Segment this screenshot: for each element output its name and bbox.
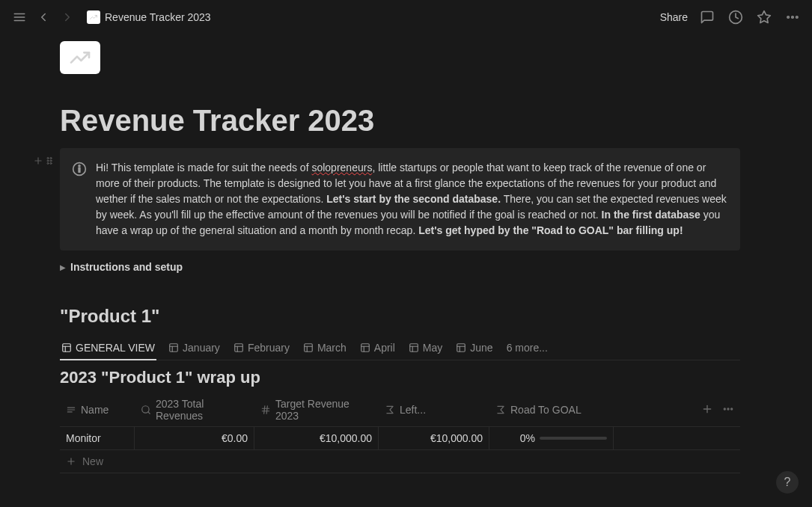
star-icon[interactable] (755, 8, 773, 26)
svg-point-48 (724, 408, 725, 410)
text-icon (66, 405, 76, 415)
cell-total[interactable]: €0.00 (135, 427, 254, 449)
formula-icon (385, 405, 395, 415)
cell-name[interactable]: Monitor (60, 427, 135, 449)
svg-point-5 (787, 16, 790, 18)
svg-point-10 (47, 158, 49, 159)
info-icon (72, 162, 87, 239)
tab-february[interactable]: February (232, 337, 291, 360)
tab-june[interactable]: June (454, 337, 494, 360)
table-icon (360, 342, 370, 353)
table-icon (409, 342, 419, 353)
table-icon (168, 342, 179, 353)
svg-rect-25 (235, 344, 243, 352)
svg-point-14 (47, 163, 49, 165)
more-icon[interactable] (784, 8, 802, 26)
svg-rect-31 (361, 344, 370, 352)
toggle-instructions[interactable]: ▶ Instructions and setup (60, 259, 740, 274)
tab-march[interactable]: March (302, 337, 348, 360)
db2-tabs: January February March April May June Ju… (60, 503, 740, 507)
svg-point-18 (79, 165, 80, 167)
callout-text: Hi! This template is made for suit the n… (96, 160, 728, 239)
db1-tabs: GENERAL VIEW January February March Apri… (60, 337, 740, 360)
tab-april[interactable]: April (358, 337, 397, 360)
breadcrumb[interactable]: Revenue Tracker 2023 (82, 9, 216, 25)
section-heading-product1[interactable]: "Product 1" (60, 306, 740, 327)
chevron-right-icon: ▶ (60, 263, 66, 271)
svg-point-12 (47, 160, 49, 162)
tab-january[interactable]: January (167, 337, 222, 360)
more-tabs-db1[interactable]: 6 more... (505, 337, 549, 360)
svg-point-11 (50, 158, 52, 159)
rollup-icon (141, 405, 151, 415)
page-icon-small (87, 10, 100, 24)
history-icon[interactable] (727, 8, 745, 26)
svg-point-49 (727, 408, 729, 410)
svg-point-50 (731, 408, 733, 410)
help-button[interactable]: ? (776, 471, 799, 494)
svg-point-15 (50, 163, 52, 165)
tab-general-view[interactable]: GENERAL VIEW (60, 337, 156, 360)
tab2-march[interactable]: March (195, 503, 241, 507)
toggle-label: Instructions and setup (70, 261, 183, 273)
cell-road[interactable]: 0% (489, 427, 614, 449)
table-icon (233, 342, 244, 353)
tab2-may[interactable]: May (300, 503, 337, 507)
svg-rect-34 (410, 344, 418, 352)
svg-rect-37 (457, 344, 465, 352)
cell-left[interactable]: €10,000.00 (379, 427, 489, 449)
svg-point-13 (50, 160, 52, 162)
new-row-button[interactable]: New (60, 450, 740, 473)
tab2-june[interactable]: June (347, 503, 387, 507)
svg-marker-4 (758, 10, 771, 22)
block-actions[interactable] (33, 156, 54, 166)
more-tabs-db2[interactable]: 4 more... (504, 503, 549, 507)
tab2-april[interactable]: April (251, 503, 290, 507)
table-more-button[interactable] (722, 403, 734, 417)
col-name[interactable]: Name (60, 399, 135, 420)
tab-may[interactable]: May (407, 337, 444, 360)
tab2-august[interactable]: August (444, 503, 494, 507)
nav-back-icon[interactable] (34, 8, 52, 26)
comments-icon[interactable] (698, 8, 716, 26)
page-title[interactable]: Revenue Tracker 2023 (60, 104, 740, 138)
tab2-january[interactable]: January (60, 503, 115, 507)
progress-bar (540, 437, 607, 440)
page-icon[interactable] (60, 41, 100, 74)
svg-line-45 (266, 406, 267, 414)
table-icon (61, 342, 72, 353)
svg-rect-28 (305, 344, 313, 352)
topbar: Revenue Tracker 2023 Share (0, 0, 812, 34)
svg-rect-17 (79, 168, 80, 172)
tab2-february[interactable]: February (125, 503, 184, 507)
view-title-db1[interactable]: 2023 "Product 1" wrap up (60, 368, 740, 387)
nav-forward-icon[interactable] (58, 8, 76, 26)
col-left[interactable]: Left... (379, 399, 489, 420)
svg-line-41 (148, 412, 150, 414)
svg-point-7 (796, 16, 799, 18)
table-icon (456, 342, 466, 353)
table-row[interactable]: Monitor €0.00 €10,000.00 €10,000.00 0% (60, 427, 740, 450)
col-road[interactable]: Road To GOAL (489, 399, 614, 420)
menu-icon[interactable] (10, 8, 28, 26)
svg-rect-19 (63, 344, 71, 352)
table-icon (303, 342, 314, 353)
col-target[interactable]: Target Revenue 2023 (254, 393, 379, 426)
db1-table: Name 2023 Total Revenues Target Revenue … (60, 393, 740, 473)
number-icon (260, 405, 271, 415)
col-total[interactable]: 2023 Total Revenues (135, 393, 254, 426)
svg-point-6 (792, 16, 794, 18)
svg-rect-22 (170, 344, 178, 352)
svg-line-44 (264, 406, 265, 414)
callout-block[interactable]: Hi! This template is made for suit the n… (60, 148, 740, 251)
add-column-button[interactable] (701, 403, 713, 417)
breadcrumb-text: Revenue Tracker 2023 (105, 11, 211, 23)
share-button[interactable]: Share (660, 11, 688, 23)
tab2-july[interactable]: July (398, 503, 434, 507)
cell-target[interactable]: €10,000.00 (254, 427, 379, 449)
formula-icon (495, 405, 506, 415)
